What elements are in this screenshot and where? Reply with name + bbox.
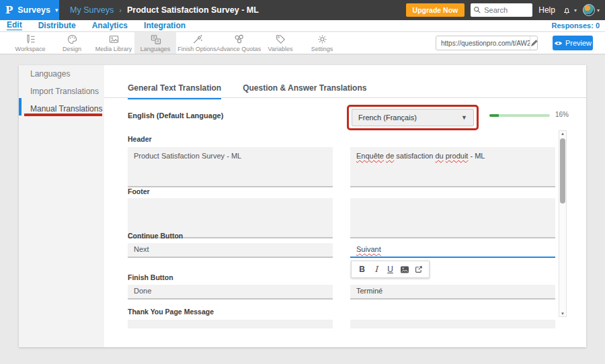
bell-icon	[561, 5, 572, 15]
chevron-down-icon: ▾	[55, 7, 58, 13]
bold-button[interactable]: B	[356, 263, 368, 276]
translations-sidebar: Languages Import Translations Manual Tra…	[19, 65, 104, 347]
media-library-icon	[108, 34, 120, 45]
target-language-select[interactable]: French (Français) ▼	[352, 109, 474, 126]
svg-text:A: A	[156, 39, 159, 43]
survey-title: Product Satisfaction Survey - ML	[127, 5, 259, 15]
tool-finish-options[interactable]: Finish Options	[176, 32, 218, 54]
progress-percent: 16%	[555, 111, 569, 118]
survey-url-box	[436, 36, 538, 50]
section-nav: Edit Distribute Analytics Integration Re…	[0, 20, 605, 32]
product-label: Surveys	[17, 5, 50, 15]
tool-languages[interactable]: RA Languages	[134, 32, 176, 54]
scroll-down-arrow-icon[interactable]: ▼	[559, 312, 566, 316]
external-link-icon	[414, 265, 423, 274]
search-input[interactable]	[484, 6, 528, 14]
chevron-down-icon: ▾	[574, 7, 577, 13]
settings-icon	[317, 34, 328, 45]
product-switcher[interactable]: P Surveys ▾	[0, 0, 59, 20]
default-language-label: English (Default Language)	[128, 111, 223, 120]
tabs-divider	[104, 97, 586, 98]
tool-design[interactable]: Design	[51, 32, 93, 54]
translated-word: Suivant	[356, 245, 381, 253]
sidebar-item-languages[interactable]: Languages	[19, 66, 104, 83]
row-label-footer: Footer	[128, 187, 150, 195]
header-source-textarea[interactable]: Product Satisfaction Survey - ML	[128, 147, 333, 187]
avatar	[583, 4, 595, 16]
tool-advance-quotas[interactable]: Advance Quotas	[218, 32, 259, 54]
tool-variables[interactable]: Variables	[259, 32, 301, 54]
header-target-textarea[interactable]: Enquête de satisfaction du produit - ML	[350, 147, 555, 187]
row-label-thank-you: Thank You Page Message	[128, 308, 214, 316]
tool-settings[interactable]: Settings	[301, 32, 343, 54]
questionpro-logo-icon: P	[5, 4, 13, 16]
nav-edit[interactable]: Edit	[7, 21, 22, 30]
search-icon	[473, 6, 481, 14]
responses-count[interactable]: Responses: 0	[551, 21, 600, 30]
translations-panel: Languages Import Translations Manual Tra…	[19, 65, 586, 347]
scrollbar-thumb[interactable]	[560, 138, 565, 203]
italic-button[interactable]: I	[370, 263, 382, 276]
edit-toolbar: Workspace Design Media Library RA Langua…	[0, 32, 605, 54]
image-icon	[400, 265, 409, 274]
footer-target-textarea[interactable]	[350, 198, 555, 238]
selected-language-value: French (Français)	[358, 113, 417, 122]
thankyou-source-textarea[interactable]	[128, 320, 333, 328]
content-scrollbar[interactable]: ▲ ▼	[559, 130, 567, 317]
breadcrumb-my-surveys[interactable]: My Surveys	[70, 5, 114, 15]
translation-progress-bar	[489, 114, 550, 117]
global-search[interactable]	[471, 3, 532, 17]
active-item-indicator	[19, 98, 22, 116]
breadcrumb: My Surveys › Product Satisfaction Survey…	[70, 5, 259, 15]
scroll-up-arrow-icon[interactable]: ▲	[559, 132, 566, 136]
annotation-underline	[24, 113, 102, 116]
advance-quotas-icon	[233, 34, 245, 45]
manual-translations-content: General Text Translation Question & Answ…	[104, 65, 586, 347]
row-label-finish-button: Finish Button	[128, 273, 173, 281]
row-label-continue-button: Continue Button	[128, 232, 183, 240]
languages-icon: RA	[150, 34, 161, 45]
eye-icon	[554, 40, 563, 46]
continue-target-input[interactable]: Suivant	[350, 243, 555, 258]
finish-target-input[interactable]: Terminé	[350, 285, 555, 300]
pencil-icon	[530, 40, 538, 47]
insert-link-button[interactable]	[413, 263, 424, 276]
notifications-menu[interactable]: ▾	[561, 5, 577, 15]
chevron-down-icon: ▼	[461, 114, 467, 121]
account-menu[interactable]: ▾	[583, 4, 600, 16]
nav-analytics[interactable]: Analytics	[92, 21, 128, 30]
progress-fill	[489, 114, 499, 117]
variables-icon	[275, 34, 286, 45]
sidebar-item-import-translations[interactable]: Import Translations	[19, 83, 104, 100]
preview-button[interactable]: Preview	[553, 36, 593, 50]
design-icon	[67, 34, 78, 45]
nav-integration[interactable]: Integration	[144, 21, 186, 30]
finish-options-icon	[192, 34, 203, 45]
finish-source-input[interactable]: Done	[128, 285, 333, 300]
top-bar: P Surveys ▾ My Surveys › Product Satisfa…	[0, 0, 605, 20]
continue-source-input[interactable]: Next	[128, 243, 333, 258]
insert-image-button[interactable]	[399, 263, 410, 276]
text-format-toolbar: B I U	[351, 261, 430, 278]
help-link[interactable]: Help	[538, 5, 555, 15]
survey-url-input[interactable]	[436, 40, 530, 47]
workspace-icon	[25, 34, 36, 45]
svg-text:R: R	[153, 36, 155, 40]
breadcrumb-separator-icon: ›	[119, 6, 122, 14]
tool-media-library[interactable]: Media Library	[93, 32, 134, 54]
thankyou-target-textarea[interactable]	[350, 320, 555, 328]
tool-workspace[interactable]: Workspace	[9, 32, 51, 54]
underline-button[interactable]: U	[385, 263, 396, 276]
row-label-header: Header	[128, 135, 152, 143]
nav-distribute[interactable]: Distribute	[38, 21, 76, 30]
upgrade-now-button[interactable]: Upgrade Now	[406, 3, 465, 17]
edit-url-button[interactable]	[530, 36, 538, 50]
chevron-down-icon: ▾	[597, 7, 600, 13]
